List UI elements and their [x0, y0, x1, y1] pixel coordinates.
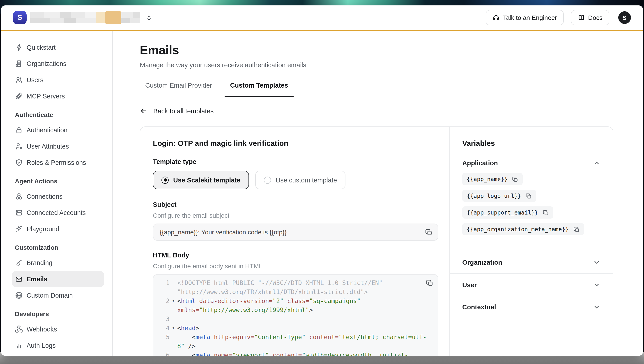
building-icon — [15, 60, 23, 68]
variables-panel: Variables Application {{app_name}}{{app_… — [450, 127, 613, 356]
talk-to-engineer-button[interactable]: Talk to an Engineer — [486, 10, 564, 25]
fold-arrow-icon[interactable]: ▾ — [170, 296, 177, 305]
stack-icon — [15, 209, 23, 217]
sidebar-item-webhooks[interactable]: Webhooks — [12, 321, 104, 337]
chevron-up-icon — [593, 159, 600, 167]
code-text[interactable]: <meta name="viewport" content="width=dev… — [177, 350, 431, 356]
lock-icon — [15, 126, 23, 134]
sidebar-item-label: Emails — [26, 275, 47, 283]
template-title: Login: OTP and magic link verification — [153, 139, 438, 148]
copy-icon[interactable] — [526, 193, 532, 199]
sidebar-item-label: Users — [26, 76, 44, 84]
template-type-label: Template type — [153, 157, 438, 166]
fold-arrow-icon[interactable]: ▾ — [170, 323, 177, 332]
sidebar-item-mcp-servers[interactable]: MCP Servers — [12, 88, 104, 104]
arrow-left-icon — [140, 107, 148, 115]
html-body-label: HTML Body — [153, 251, 438, 260]
variable-chip-label: {{app_support_email}} — [467, 209, 538, 216]
line-number: 2 — [158, 296, 170, 305]
code-text[interactable]: <meta http-equiv="Content-Type" content=… — [177, 332, 431, 350]
bars-icon — [15, 341, 23, 349]
sidebar-item-label: Auth Logs — [26, 342, 56, 349]
code-line: 5 <meta http-equiv="Content-Type" conten… — [158, 332, 438, 350]
accordion-contextual[interactable]: Contextual — [450, 296, 613, 318]
sidebar-item-user-attributes[interactable]: User Attributes — [12, 138, 104, 154]
sidebar-item-label: User Attributes — [26, 143, 69, 150]
tab-bar: Custom Email ProviderCustom Templates — [140, 81, 628, 97]
docs-label: Docs — [588, 14, 602, 21]
sparkle-icon — [15, 225, 23, 233]
option-use-scalekit-template[interactable]: Use Scalekit template — [153, 171, 249, 189]
accordion-organization[interactable]: Organization — [450, 251, 613, 273]
tab-custom-templates[interactable]: Custom Templates — [225, 81, 294, 97]
code-text[interactable]: <!DOCTYPE html PUBLIC "-//W3C//DTD XHTML… — [177, 278, 431, 296]
sidebar-item-authentication[interactable]: Authentication — [12, 122, 104, 138]
template-type-options: Use Scalekit templateUse custom template — [153, 171, 438, 189]
variable-chip-app-name[interactable]: {{app_name}} — [462, 173, 523, 185]
code-text[interactable] — [177, 314, 431, 323]
code-line: 2▾<html data-editor-version="2" class="s… — [158, 296, 438, 314]
sidebar-section-agent-actions: Agent Actions — [1, 176, 112, 187]
sidebar-item-roles-permissions[interactable]: Roles & Permissions — [12, 154, 104, 171]
page-subtitle: Manage the way your users receive authen… — [140, 61, 643, 70]
sidebar-item-connections[interactable]: Connections — [12, 188, 104, 205]
sidebar-section-authenticate: Authenticate — [1, 109, 112, 120]
mail-icon — [15, 275, 23, 283]
radio-unselected-icon — [264, 176, 271, 184]
accordion-user[interactable]: User — [450, 273, 613, 296]
headphones-icon — [492, 14, 500, 21]
code-text[interactable]: <head> — [177, 323, 431, 332]
subject-value: {{app_name}}: Your verification code is … — [160, 229, 287, 236]
sidebar-item-label: Connected Accounts — [26, 209, 86, 216]
option-label: Use custom template — [276, 176, 337, 184]
sidebar-item-playground[interactable]: Playground — [12, 221, 104, 237]
sidebar-item-custom-domain[interactable]: Custom Domain — [12, 287, 104, 303]
cubes-icon — [15, 192, 23, 201]
desktop: S — [0, 0, 644, 364]
subject-label: Subject — [153, 200, 438, 209]
code-line: 1<!DOCTYPE html PUBLIC "-//W3C//DTD XHTM… — [158, 278, 438, 296]
variable-chip-label: {{app_logo_url}} — [467, 192, 521, 199]
sidebar-item-emails[interactable]: Emails — [12, 271, 104, 287]
app-header: S — [1, 6, 643, 31]
sidebar-item-branding[interactable]: Branding — [12, 255, 104, 271]
back-to-templates-link[interactable]: Back to all templates — [140, 107, 643, 115]
sidebar-item-auth-logs[interactable]: Auth Logs — [12, 337, 104, 354]
tab-custom-email-provider[interactable]: Custom Email Provider — [140, 81, 218, 97]
code-text[interactable]: <html data-editor-version="2" class="sg-… — [177, 296, 431, 314]
docs-button[interactable]: Docs — [571, 10, 609, 25]
sidebar-item-users[interactable]: Users — [12, 72, 104, 88]
line-number: 3 — [158, 314, 170, 323]
variable-chip-app-logo-url[interactable]: {{app_logo_url}} — [462, 190, 536, 202]
sidebar-item-connected-accounts[interactable]: Connected Accounts — [12, 205, 104, 221]
template-editor-card: Login: OTP and magic link verification T… — [140, 126, 613, 356]
org-switcher-button[interactable] — [146, 14, 152, 21]
copy-icon[interactable] — [512, 176, 518, 182]
copy-code-button[interactable] — [426, 279, 434, 287]
line-number: 4 — [158, 323, 170, 332]
subject-input[interactable]: {{app_name}}: Your verification code is … — [153, 224, 438, 241]
variable-chip-app-support-email[interactable]: {{app_support_email}} — [462, 206, 553, 219]
book-icon — [578, 14, 585, 21]
option-use-custom-template[interactable]: Use custom template — [255, 171, 346, 189]
radio-selected-icon — [162, 176, 169, 184]
html-body-description: Configure the email body sent in HTML — [153, 261, 438, 271]
copy-icon[interactable] — [542, 209, 549, 216]
sidebar-item-label: Organizations — [26, 60, 66, 67]
html-code-editor[interactable]: 1<!DOCTYPE html PUBLIC "-//W3C//DTD XHTM… — [153, 274, 438, 356]
chevron-down-icon — [593, 303, 600, 311]
option-label: Use Scalekit template — [173, 176, 240, 184]
copy-icon[interactable] — [573, 226, 580, 232]
accordion-application[interactable]: Application — [462, 158, 600, 168]
copy-subject-button[interactable] — [425, 228, 432, 236]
subject-description: Configure the email subject — [153, 211, 438, 220]
variable-chip-app-organization-meta-name[interactable]: {{app_organization_meta_name}} — [462, 223, 584, 235]
chevron-updown-icon — [146, 14, 152, 21]
variables-title: Variables — [462, 139, 600, 148]
sidebar-item-settings[interactable]: Settings — [12, 354, 104, 356]
sidebar-item-organizations[interactable]: Organizations — [12, 56, 104, 72]
user-avatar[interactable]: S — [618, 11, 631, 24]
line-number: 5 — [158, 332, 170, 341]
sidebar-item-quickstart[interactable]: Quickstart — [12, 39, 104, 56]
accordion-label: Contextual — [462, 303, 496, 311]
